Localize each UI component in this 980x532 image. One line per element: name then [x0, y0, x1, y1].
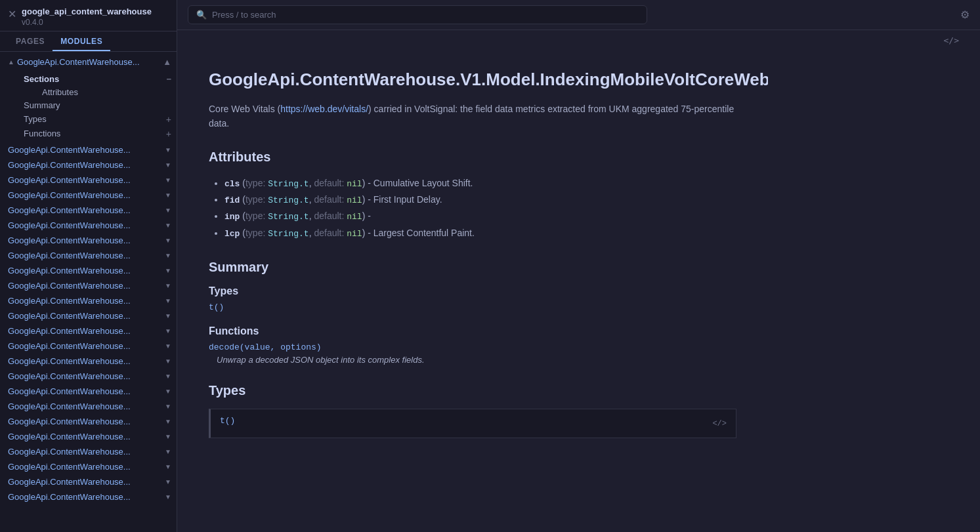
nav-item-label: GoogleApi.ContentWarehouse...: [8, 341, 131, 351]
nav-item-chevron: ▼: [165, 267, 171, 274]
nav-item-label: GoogleApi.ContentWarehouse...: [8, 432, 131, 441]
nav-item-label: GoogleApi.ContentWarehouse...: [8, 311, 131, 321]
nav-item-chevron: ▼: [165, 478, 171, 485]
nav-item[interactable]: GoogleApi.ContentWarehouse...▼: [0, 142, 177, 157]
nav-item-chevron: ▼: [165, 237, 171, 244]
nav-item[interactable]: GoogleApi.ContentWarehouse...▼: [0, 414, 177, 429]
search-placeholder: Press / to search: [212, 10, 276, 20]
nav-item-label: GoogleApi.ContentWarehouse...: [8, 190, 131, 200]
attribute-item: fid (type: String.t, default: nil) - Fir…: [224, 192, 736, 208]
nav-item[interactable]: GoogleApi.ContentWarehouse...▼: [0, 248, 177, 263]
nav-item-chevron: ▼: [165, 297, 171, 304]
nav-item[interactable]: GoogleApi.ContentWarehouse...▼: [0, 293, 177, 308]
function-sig: decode(value, options): [209, 342, 736, 352]
nav-item[interactable]: GoogleApi.ContentWarehouse...▼: [0, 173, 177, 188]
nav-item-label: GoogleApi.ContentWarehouse...: [8, 281, 131, 291]
attribute-item: cls (type: String.t, default: nil) - Cum…: [224, 175, 736, 192]
nav-items-list: GoogleApi.ContentWarehouse...▼GoogleApi.…: [0, 142, 177, 504]
nav-item-label: GoogleApi.ContentWarehouse...: [8, 417, 131, 426]
code-embed-top-button[interactable]: </>: [933, 33, 969, 48]
nav-item-chevron: ▼: [165, 327, 171, 335]
nav-item-chevron: ▼: [165, 403, 171, 410]
content-area: GoogleApi.ContentWarehouse.V1.Model.Inde…: [177, 48, 768, 532]
sidebar-item-summary[interactable]: Summary: [18, 98, 177, 112]
nav-item-label: GoogleApi.ContentWarehouse...: [8, 251, 131, 260]
close-icon[interactable]: ✕: [8, 8, 16, 20]
types-plus-icon[interactable]: +: [166, 114, 171, 125]
tab-modules[interactable]: MODULES: [53, 31, 110, 51]
sections-group: Sections − Attributes Summary Types + Fu…: [0, 70, 177, 142]
summary-function-item: decode(value, options)Unwrap a decoded J…: [209, 342, 736, 365]
attribute-item: lcp (type: String.t, default: nil) - Lar…: [224, 225, 736, 241]
nav-item-chevron: ▼: [165, 176, 171, 184]
nav-item[interactable]: GoogleApi.ContentWarehouse...▼: [0, 474, 177, 489]
nav-item-chevron: ▼: [165, 448, 171, 455]
desc-link[interactable]: https://web.dev/vitals/: [280, 104, 368, 114]
nav-item-label: GoogleApi.ContentWarehouse...: [8, 145, 131, 155]
nav-item-chevron: ▼: [165, 418, 171, 425]
sidebar-nav: ▲ GoogleApi.ContentWarehouse... ▲ Sectio…: [0, 52, 177, 532]
type-t-code: t(): [220, 416, 235, 426]
code-embed-top-bar: </>: [177, 30, 980, 48]
nav-item-label: GoogleApi.ContentWarehouse...: [8, 462, 131, 472]
nav-item-chevron: ▼: [165, 493, 171, 501]
nav-item[interactable]: GoogleApi.ContentWarehouse...▼: [0, 429, 177, 444]
nav-item[interactable]: GoogleApi.ContentWarehouse...▼: [0, 278, 177, 293]
nav-item[interactable]: GoogleApi.ContentWarehouse...▼: [0, 489, 177, 504]
nav-item-chevron: ▼: [165, 282, 171, 289]
nav-item-chevron: ▼: [165, 373, 171, 380]
nav-item[interactable]: GoogleApi.ContentWarehouse...▼: [0, 308, 177, 323]
nav-item[interactable]: GoogleApi.ContentWarehouse...▼: [0, 323, 177, 338]
sidebar-item-functions[interactable]: Functions +: [18, 127, 177, 141]
sidebar-item-types[interactable]: Types +: [18, 112, 177, 127]
page-title: GoogleApi.ContentWarehouse.V1.Model.Inde…: [209, 69, 736, 91]
nav-item-label: GoogleApi.ContentWarehouse...: [8, 296, 131, 306]
tab-pages[interactable]: PAGES: [8, 31, 53, 51]
nav-item[interactable]: GoogleApi.ContentWarehouse...▼: [0, 384, 177, 399]
search-bar[interactable]: 🔍 Press / to search: [188, 5, 647, 24]
nav-item-label: GoogleApi.ContentWarehouse...: [8, 371, 131, 381]
summary-types-heading: Types: [209, 285, 736, 297]
nav-item-label: GoogleApi.ContentWarehouse...: [8, 401, 131, 411]
nav-item[interactable]: GoogleApi.ContentWarehouse...▼: [0, 354, 177, 369]
settings-icon[interactable]: ⚙: [960, 9, 969, 21]
nav-item-label: GoogleApi.ContentWarehouse...: [8, 220, 131, 230]
attribute-item: inp (type: String.t, default: nil) -: [224, 208, 736, 224]
summary-functions-heading: Functions: [209, 325, 736, 337]
functions-plus-icon[interactable]: +: [166, 129, 171, 139]
nav-item[interactable]: GoogleApi.ContentWarehouse...▼: [0, 369, 177, 384]
function-desc: Unwrap a decoded JSON object into its co…: [209, 355, 736, 365]
nav-item-chevron: ▼: [165, 192, 171, 199]
nav-item[interactable]: GoogleApi.ContentWarehouse...▼: [0, 218, 177, 233]
type-embed-icon[interactable]: </>: [712, 419, 727, 428]
sidebar-title-block: google_api_content_warehouse v0.4.0: [22, 7, 169, 27]
nav-item[interactable]: GoogleApi.ContentWarehouse...▼: [0, 233, 177, 248]
summary-functions-list: decode(value, options)Unwrap a decoded J…: [209, 342, 736, 365]
active-module-item[interactable]: ▲ GoogleApi.ContentWarehouse... ▲: [0, 54, 177, 70]
page-description: Core Web Vitals (https://web.dev/vitals/…: [209, 102, 736, 131]
nav-item[interactable]: GoogleApi.ContentWarehouse...▼: [0, 338, 177, 354]
sidebar-item-attributes[interactable]: Attributes: [18, 86, 177, 98]
sidebar-tabs: PAGES MODULES: [0, 31, 177, 52]
nav-item[interactable]: GoogleApi.ContentWarehouse...▼: [0, 444, 177, 459]
nav-item[interactable]: GoogleApi.ContentWarehouse...▼: [0, 263, 177, 278]
nav-item-chevron: ▼: [165, 222, 171, 229]
nav-item[interactable]: GoogleApi.ContentWarehouse...▼: [0, 188, 177, 203]
summary-type-item: t(): [209, 302, 736, 312]
nav-item-label: GoogleApi.ContentWarehouse...: [8, 160, 131, 170]
active-module-collapse[interactable]: ▲: [163, 57, 171, 67]
nav-item-chevron: ▼: [165, 388, 171, 395]
nav-item[interactable]: GoogleApi.ContentWarehouse...▼: [0, 157, 177, 173]
nav-item-chevron: ▼: [165, 146, 171, 153]
nav-item-label: GoogleApi.ContentWarehouse...: [8, 447, 131, 457]
search-icon: 🔍: [196, 10, 207, 20]
nav-item-chevron: ▼: [165, 207, 171, 214]
sidebar: ✕ google_api_content_warehouse v0.4.0 PA…: [0, 0, 177, 532]
nav-item-chevron: ▼: [165, 252, 171, 259]
nav-item[interactable]: GoogleApi.ContentWarehouse...▼: [0, 399, 177, 414]
nav-item[interactable]: GoogleApi.ContentWarehouse...▼: [0, 203, 177, 218]
attributes-list: cls (type: String.t, default: nil) - Cum…: [209, 175, 736, 242]
nav-item[interactable]: GoogleApi.ContentWarehouse...▼: [0, 459, 177, 474]
nav-item-label: GoogleApi.ContentWarehouse...: [8, 326, 131, 336]
nav-item-chevron: ▼: [165, 161, 171, 169]
